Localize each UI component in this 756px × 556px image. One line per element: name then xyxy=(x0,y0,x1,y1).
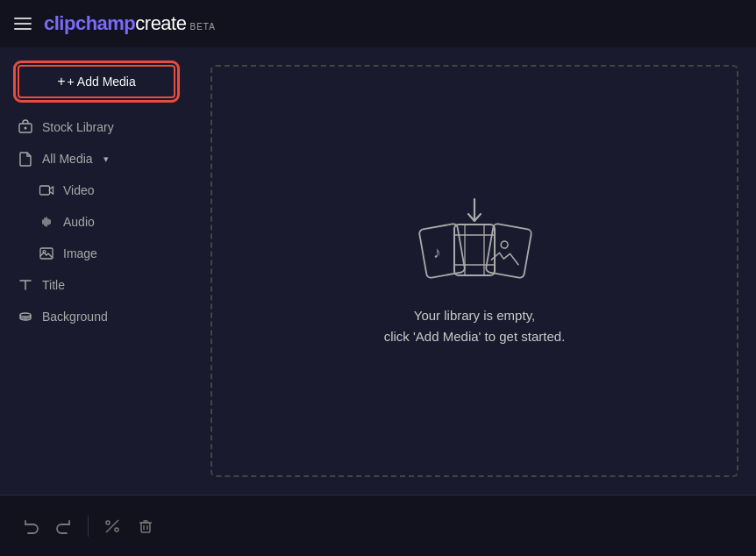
sidebar-item-image[interactable]: Image xyxy=(0,239,193,268)
undo-button[interactable] xyxy=(18,513,44,539)
sidebar-item-audio[interactable]: Audio xyxy=(0,207,193,237)
split-button[interactable] xyxy=(99,513,125,539)
sidebar-item-video[interactable]: Video xyxy=(0,175,193,205)
svg-point-16 xyxy=(106,521,110,524)
brand-logo: clipchampcreate BETA xyxy=(44,12,216,35)
sidebar-item-stock-library[interactable]: Stock Library xyxy=(0,112,193,142)
add-media-button[interactable]: + + Add Media xyxy=(18,65,175,98)
all-media-label: All Media xyxy=(42,152,93,166)
main-layout: + + Add Media Stock Library xyxy=(0,47,756,495)
svg-point-5 xyxy=(20,313,31,317)
brand-clipchamp: clipchamp xyxy=(44,12,135,35)
delete-button[interactable] xyxy=(132,513,159,539)
svg-rect-19 xyxy=(141,523,150,532)
empty-state-text: Your library is empty, click 'Add Media'… xyxy=(384,305,566,347)
image-label: Image xyxy=(63,246,97,260)
svg-rect-14 xyxy=(485,224,531,279)
stock-library-label: Stock Library xyxy=(42,120,114,134)
empty-line2: click 'Add Media' to get started. xyxy=(384,326,566,347)
toolbar-divider xyxy=(88,516,89,537)
svg-rect-2 xyxy=(40,186,50,195)
svg-point-1 xyxy=(25,127,27,130)
audio-label: Audio xyxy=(63,215,95,229)
content-area: ♪ Your library is empty, c xyxy=(193,47,756,495)
plus-icon: + xyxy=(57,74,65,89)
bottom-bar xyxy=(0,495,756,556)
add-media-wrapper: + + Add Media xyxy=(0,61,193,110)
audio-icon xyxy=(39,214,54,230)
add-media-label: + Add Media xyxy=(68,75,136,89)
svg-line-18 xyxy=(106,520,118,532)
video-icon xyxy=(39,182,54,198)
all-media-arrow: ▾ xyxy=(103,153,109,165)
svg-text:♪: ♪ xyxy=(433,244,441,261)
svg-point-15 xyxy=(500,240,508,248)
empty-state-icon: ♪ xyxy=(409,195,540,291)
redo-button[interactable] xyxy=(51,513,77,539)
brand-beta-badge: BETA xyxy=(189,22,215,32)
sidebar-item-all-media[interactable]: All Media ▾ xyxy=(0,144,193,174)
sidebar-item-title[interactable]: Title xyxy=(0,270,193,300)
file-icon xyxy=(18,151,33,167)
background-icon xyxy=(18,309,33,324)
drop-zone[interactable]: ♪ Your library is empty, c xyxy=(210,65,738,477)
title-label: Title xyxy=(42,278,65,292)
video-label: Video xyxy=(63,183,95,197)
empty-line1: Your library is empty, xyxy=(384,305,566,326)
image-icon xyxy=(39,246,54,261)
brand-create: create xyxy=(135,12,186,35)
svg-point-17 xyxy=(115,528,118,531)
sidebar-item-background[interactable]: Background xyxy=(0,302,193,331)
background-label: Background xyxy=(42,310,108,324)
svg-rect-7 xyxy=(418,224,465,279)
title-icon xyxy=(18,277,33,293)
hamburger-menu[interactable] xyxy=(14,18,32,30)
topbar: clipchampcreate BETA xyxy=(0,0,756,47)
stock-icon xyxy=(18,119,33,135)
sidebar: + + Add Media Stock Library xyxy=(0,47,193,495)
